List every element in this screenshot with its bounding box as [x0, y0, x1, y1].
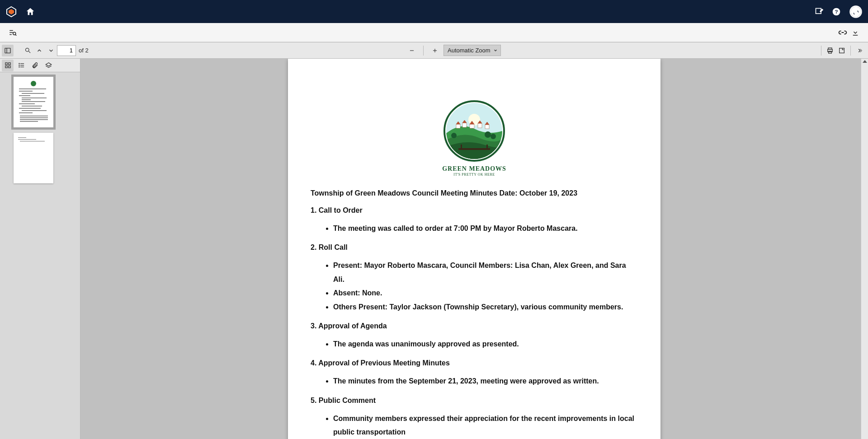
- svg-rect-44: [22, 106, 42, 107]
- svg-point-31: [19, 65, 19, 65]
- document-page-1: GREEN MEADOWS IT'S PRETTY OK HERE Townsh…: [288, 59, 660, 439]
- section-2-heading: 2. Roll Call: [311, 243, 638, 252]
- svg-rect-12: [5, 48, 10, 53]
- help-icon[interactable]: ?: [832, 7, 841, 16]
- svg-rect-55: [20, 141, 45, 141]
- tab-outline[interactable]: [15, 60, 27, 71]
- section-4-heading: 4. Approval of Previous Meeting Minutes: [311, 359, 638, 367]
- next-page-button[interactable]: [45, 45, 57, 56]
- logo-tagline: IT'S PRETTY OK HERE: [453, 173, 495, 177]
- document-body: Township of Green Meadows Council Meetin…: [311, 189, 638, 439]
- download-icon[interactable]: [849, 26, 862, 39]
- svg-rect-50: [20, 119, 48, 120]
- svg-rect-26: [8, 66, 10, 68]
- svg-point-10: [13, 32, 16, 35]
- svg-rect-37: [19, 91, 33, 92]
- svg-point-14: [25, 48, 29, 52]
- print-button[interactable]: [824, 45, 836, 56]
- svg-rect-45: [19, 108, 41, 109]
- app-logo-icon[interactable]: [5, 6, 17, 18]
- svg-rect-75: [486, 145, 488, 149]
- more-tools-button[interactable]: [854, 45, 865, 56]
- search-list-icon[interactable]: [6, 26, 19, 39]
- document-viewport[interactable]: GREEN MEADOWS IT'S PRETTY OK HERE Townsh…: [80, 59, 868, 439]
- svg-rect-47: [19, 112, 33, 113]
- svg-rect-60: [456, 124, 460, 128]
- workspace: GREEN MEADOWS IT'S PRETTY OK HERE Townsh…: [0, 59, 868, 439]
- svg-rect-25: [5, 66, 7, 68]
- svg-text:?: ?: [835, 9, 838, 14]
- svg-rect-39: [19, 95, 30, 96]
- svg-rect-51: [20, 121, 38, 122]
- svg-rect-22: [840, 48, 844, 53]
- chevron-down-icon: [493, 47, 498, 54]
- scrollbar[interactable]: [861, 59, 868, 439]
- svg-rect-49: [20, 117, 48, 118]
- svg-point-71: [491, 134, 496, 139]
- svg-rect-36: [19, 89, 46, 89]
- list-item: Present: Mayor Roberto Mascara, Council …: [333, 259, 638, 286]
- pdf-toolbar: of 2 Automatic Zoom: [0, 42, 868, 59]
- scroll-up-arrow-icon: [863, 60, 867, 63]
- thumbnail-page-1[interactable]: [14, 77, 53, 127]
- page-number-input[interactable]: [57, 45, 76, 56]
- thumbnail-page-2[interactable]: [14, 133, 53, 183]
- svg-rect-74: [461, 145, 462, 149]
- svg-marker-33: [46, 63, 52, 66]
- app-bar: ?: [0, 0, 868, 23]
- svg-rect-64: [470, 124, 474, 128]
- zoom-select[interactable]: Automatic Zoom: [443, 45, 501, 56]
- tab-thumbnails[interactable]: [2, 60, 14, 71]
- svg-point-32: [19, 67, 19, 67]
- zoom-in-button[interactable]: [429, 45, 441, 56]
- link-icon[interactable]: [836, 26, 849, 39]
- svg-rect-42: [22, 101, 45, 102]
- svg-rect-52: [14, 133, 53, 183]
- svg-rect-62: [462, 123, 467, 127]
- section-3-heading: 3. Approval of Agenda: [311, 322, 638, 330]
- svg-point-30: [19, 63, 19, 64]
- svg-rect-40: [22, 98, 47, 98]
- page-count-label: of 2: [79, 47, 89, 54]
- svg-marker-1: [9, 9, 14, 14]
- zoom-out-button[interactable]: [406, 45, 418, 56]
- zoom-select-label: Automatic Zoom: [448, 47, 491, 54]
- list-item: The agenda was unanimously approved as p…: [333, 337, 638, 351]
- edit-note-icon[interactable]: [815, 7, 824, 16]
- svg-rect-53: [18, 137, 26, 138]
- prev-page-button[interactable]: [33, 45, 45, 56]
- list-item: Others Present: Taylor Jackson (Township…: [333, 300, 638, 314]
- thumbnail-list: [0, 72, 80, 439]
- list-item: The minutes from the September 21, 2023,…: [333, 374, 638, 388]
- tab-layers[interactable]: [42, 60, 54, 71]
- svg-point-35: [31, 81, 36, 86]
- svg-point-72: [451, 133, 457, 138]
- svg-rect-54: [18, 139, 36, 140]
- list-item: Community members expressed their apprec…: [333, 412, 638, 439]
- tab-attachments[interactable]: [29, 60, 41, 71]
- svg-rect-46: [22, 110, 47, 111]
- document-title: Township of Green Meadows Council Meetin…: [311, 189, 638, 197]
- svg-rect-38: [22, 93, 44, 94]
- svg-rect-48: [20, 116, 48, 117]
- svg-rect-43: [19, 103, 35, 104]
- svg-rect-66: [478, 123, 482, 128]
- svg-line-15: [28, 51, 30, 53]
- svg-rect-41: [22, 99, 31, 100]
- svg-line-11: [15, 34, 16, 35]
- sidebar-toggle-button[interactable]: [2, 45, 14, 56]
- section-5-heading: 5. Public Comment: [311, 397, 638, 405]
- svg-rect-68: [485, 125, 489, 129]
- home-icon[interactable]: [25, 7, 35, 17]
- find-button[interactable]: [22, 45, 33, 56]
- logo-name: GREEN MEADOWS: [442, 165, 506, 173]
- thumbnail-sidebar: [0, 59, 80, 439]
- section-1-heading: 1. Call to Order: [311, 206, 638, 215]
- document-logo: GREEN MEADOWS IT'S PRETTY OK HERE: [311, 99, 638, 177]
- save-button[interactable]: [836, 45, 848, 56]
- list-item: Absent: None.: [333, 286, 638, 300]
- svg-point-70: [485, 131, 491, 138]
- svg-rect-23: [5, 63, 7, 65]
- list-item: The meeting was called to order at 7:00 …: [333, 222, 638, 235]
- globe-icon[interactable]: [849, 5, 863, 19]
